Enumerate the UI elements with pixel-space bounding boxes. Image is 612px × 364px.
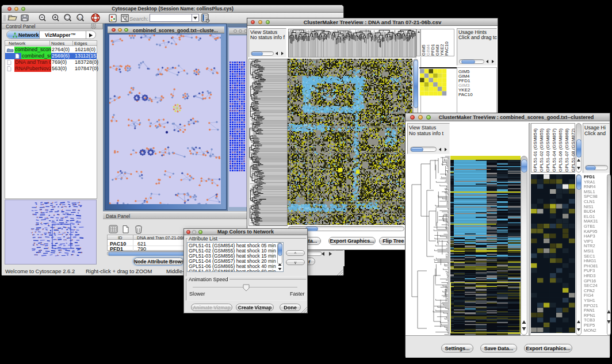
svg-text:1:1: 1:1: [78, 16, 82, 20]
